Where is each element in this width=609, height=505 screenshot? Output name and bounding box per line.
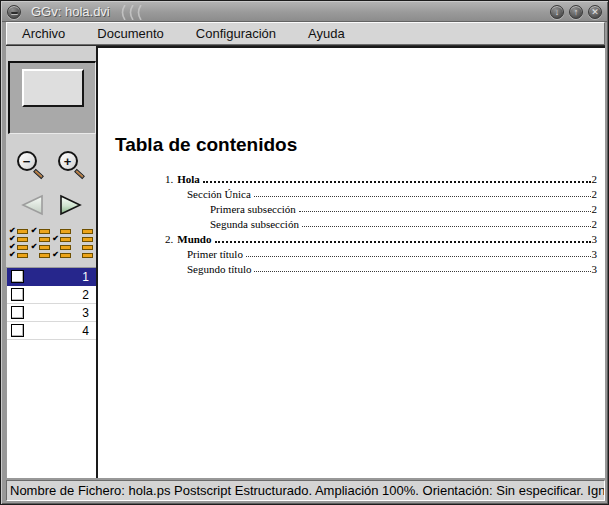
toc-entry-page: 2 [592,218,598,230]
toc-entry-page: 2 [592,188,598,200]
page-number: 1 [82,270,89,284]
zoom-in-button[interactable]: + [58,151,86,181]
toc-entry: Segunda subsección 2 [165,215,597,230]
mark-all-pages-icon[interactable]: ✔ ✔ ✔ ✔ [9,228,28,258]
toc-entry-page: 3 [592,248,598,260]
page-list-row[interactable]: 1 [7,268,96,286]
toc-dot-leader [254,196,591,197]
toc-entry-page: 2 [592,173,598,185]
toc-entry: 2. Mundo 3 [165,230,597,245]
menu-ayuda[interactable]: Ayuda [305,24,348,43]
clear-all-marks-icon[interactable]: ✔ ✔ ✔ ✔ [74,228,93,258]
maximize-icon[interactable]: ↑ [569,5,583,19]
toc-entry-label: Hola [177,173,200,185]
titlebar: GGv: hola.dvi ↓ ↑ ✕ [2,2,607,22]
toc-entry-label: Mundo [177,233,211,245]
page-number: 2 [82,288,89,302]
minimize-icon[interactable]: ↓ [550,5,564,19]
page-list-row[interactable]: 3 [7,304,96,322]
page-nav-toolbar [6,193,96,217]
toc-dot-leader [302,226,591,227]
toc-entry: Primer título 3 [165,245,597,260]
zoom-out-button[interactable]: − [17,151,45,181]
zoom-out-icon: − [17,151,37,171]
page-mark-checkbox[interactable] [11,288,24,301]
toc-entry-page: 2 [592,203,598,215]
toc-entry: Sección Única 2 [165,185,597,200]
page-list-row[interactable]: 4 [7,322,96,340]
toc-entry: Segundo título 3 [165,260,597,275]
toc-entry-page: 3 [592,263,598,275]
toc-entry-page: 3 [592,233,598,245]
page-mark-checkbox[interactable] [11,306,24,319]
page-number: 4 [82,324,89,338]
main-area: − + [6,46,605,478]
page-thumbnail-panel [8,61,96,134]
window-title: GGv: hola.dvi [27,4,114,19]
toc-dot-leader [215,241,591,243]
document-view: Tabla de contenidos 1. Hola 2 Sección Ún… [96,46,605,478]
menubar: Archivo Documento Configuración Ayuda [6,22,605,45]
window-menu-icon[interactable] [7,5,21,19]
toc-entry-label: Primera subsección [210,203,296,215]
close-icon[interactable]: ✕ [588,5,602,19]
toc-entry-number: 1. [165,173,173,185]
page-mark-checkbox[interactable] [11,324,24,337]
window-frame: Archivo Documento Configuración Ayuda − … [6,22,605,501]
toggle-even-pages-icon[interactable]: ✔ ✔ ✔ ✔ [52,228,71,258]
zoom-in-icon: + [58,151,78,171]
toc-dot-leader [299,211,591,212]
sidebar: − + [6,46,96,478]
page-list: 1 2 3 4 [6,267,96,478]
toc-dot-leader [254,271,590,272]
prev-page-icon[interactable] [17,193,45,217]
zoom-toolbar: − + [6,151,96,181]
page-number: 3 [82,306,89,320]
toc-dot-leader [203,181,591,183]
titlebar-ornament [120,5,146,20]
toggle-odd-pages-icon[interactable]: ✔ ✔ ✔ ✔ [31,228,50,258]
menu-documento[interactable]: Documento [94,24,166,43]
toc-entry-label: Sección Única [187,188,251,200]
toc-list: 1. Hola 2 Sección Única 2 Primera subsec… [165,170,597,275]
page-mark-checkbox[interactable] [11,270,24,283]
toc-entry: 1. Hola 2 [165,170,597,185]
app-window: GGv: hola.dvi ↓ ↑ ✕ Archivo Documento Co… [0,0,609,505]
toc-entry-label: Segundo título [187,263,251,275]
status-bar: Nombre de Fichero: hola.ps Postscript Es… [6,480,605,501]
page-title: Tabla de contenidos [115,134,605,156]
next-page-icon[interactable] [58,193,86,217]
status-text: Nombre de Fichero: hola.ps Postscript Es… [10,483,605,498]
menu-archivo[interactable]: Archivo [19,24,68,43]
menu-configuracion[interactable]: Configuración [193,24,279,43]
page-thumbnail [22,69,84,107]
toc-entry-label: Primer título [187,248,243,260]
toc-dot-leader [246,256,591,257]
toc-entry: Primera subsección 2 [165,200,597,215]
page-marks-toolbar: ✔ ✔ ✔ ✔ ✔ ✔ ✔ ✔ ✔ ✔ ✔ ✔ [6,228,96,258]
toc-entry-number: 2. [165,233,173,245]
toc-entry-label: Segunda subsección [210,218,299,230]
page-list-row[interactable]: 2 [7,286,96,304]
